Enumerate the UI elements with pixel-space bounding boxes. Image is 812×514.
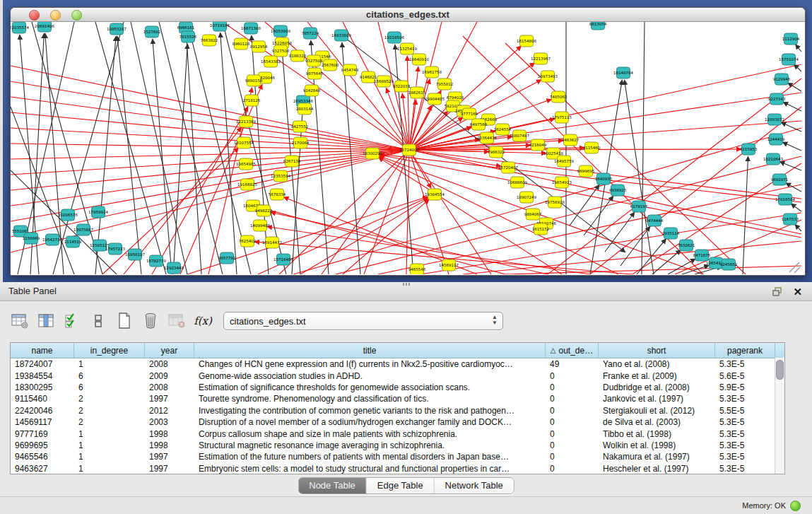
delete-table-icon[interactable] — [167, 311, 187, 331]
row-height-icon[interactable] — [88, 311, 108, 331]
table-cell[interactable]: 9463627 — [11, 464, 74, 474]
memory-status-indicator[interactable] — [790, 501, 801, 511]
table-row[interactable]: 1938455462009Genome-wide association stu… — [11, 370, 784, 381]
table-cell[interactable]: Dudbridge et al. (2008) — [599, 382, 715, 392]
table-cell[interactable]: Disruption of a novel member of a sodium… — [194, 417, 546, 427]
table-cell[interactable]: 1 — [74, 429, 145, 439]
column-header-short[interactable]: short — [599, 343, 715, 358]
table-cell[interactable]: Hescheler et al. (1997) — [599, 464, 715, 474]
column-header-title[interactable]: title — [194, 343, 546, 358]
table-row[interactable]: 946554611997Estimation of the future num… — [11, 451, 784, 462]
table-cell[interactable]: 5.3E-5 — [715, 429, 775, 439]
table-cell[interactable]: 6 — [74, 371, 145, 381]
table-cell[interactable]: Tourette syndrome. Phenomenology and cla… — [194, 394, 546, 404]
table-cell[interactable]: 5.3E-5 — [715, 440, 775, 450]
table-cell[interactable]: Investigating the contribution of common… — [194, 406, 546, 416]
network-window[interactable]: citations_edges.txt 22035574206914061085… — [10, 7, 806, 276]
table-cell[interactable]: 2008 — [145, 359, 194, 369]
table-cell[interactable]: 1 — [74, 452, 145, 462]
network-canvas[interactable]: 2203557420691406108532871527602696616110… — [11, 22, 804, 274]
table-cell[interactable]: 0 — [546, 452, 599, 462]
table-cell[interactable]: Embryonic stem cells: a model to study s… — [194, 464, 546, 474]
column-header-out_de[interactable]: △out_de… — [546, 343, 599, 358]
table-cell[interactable]: Structural magnetic resonance image aver… — [194, 440, 546, 450]
table-cell[interactable]: 18724007 — [11, 359, 74, 369]
table-cell[interactable]: 5.6E-5 — [715, 371, 775, 381]
table-cell[interactable]: Tibbo et al. (1998) — [599, 429, 715, 439]
table-cell[interactable]: 1 — [74, 359, 145, 369]
table-cell[interactable]: 5.3E-5 — [715, 464, 775, 474]
table-cell[interactable]: 6 — [74, 382, 145, 392]
table-cell[interactable]: Corpus callosum shape and size in male p… — [194, 429, 546, 439]
table-cell[interactable]: Stergiakouli et al. (2012) — [599, 406, 715, 416]
table-cell[interactable]: 9115460 — [11, 394, 74, 404]
table-cell[interactable]: 1998 — [145, 429, 194, 439]
table-cell[interactable]: 1997 — [145, 394, 194, 404]
table-cell[interactable]: 9699695 — [11, 440, 74, 450]
table-row[interactable]: 977716911998Corpus callosum shape and si… — [11, 428, 784, 439]
table-cell[interactable]: Franke et al. (2009) — [599, 371, 715, 381]
table-cell[interactable]: 1 — [74, 440, 145, 450]
table-cell[interactable]: Jankovic et al. (1997) — [599, 394, 715, 404]
table-cell[interactable]: 1997 — [145, 464, 194, 474]
show-columns-icon[interactable] — [36, 311, 56, 331]
table-cell[interactable]: 0 — [546, 429, 599, 439]
tab-node-table[interactable]: Node Table — [298, 478, 367, 493]
table-cell[interactable]: 0 — [546, 371, 599, 381]
table-cell[interactable]: 9465546 — [11, 452, 74, 462]
table-cell[interactable]: 5.3E-5 — [715, 359, 775, 369]
table-cell[interactable]: Yano et al. (2008) — [599, 359, 715, 369]
table-cell[interactable]: 2 — [74, 394, 145, 404]
select-rows-icon[interactable] — [62, 311, 82, 331]
table-cell[interactable]: 2003 — [145, 417, 194, 427]
table-cell[interactable]: 1 — [74, 464, 145, 474]
table-scrollbar-thumb[interactable] — [776, 360, 784, 380]
delete-rows-icon[interactable] — [141, 311, 160, 331]
table-cell[interactable]: Estimation of the future numbers of pati… — [194, 452, 546, 462]
function-builder-icon[interactable]: f(x) — [193, 311, 213, 331]
table-cell[interactable]: 22420046 — [11, 406, 74, 416]
table-cell[interactable]: 0 — [546, 464, 599, 474]
table-cell[interactable]: Changes of HCN gene expression and I(f) … — [194, 359, 546, 369]
split-pane-grip[interactable] — [403, 283, 410, 286]
table-cell[interactable]: 5.9E-5 — [715, 382, 775, 392]
network-window-titlebar[interactable]: citations_edges.txt — [11, 8, 805, 22]
table-cell[interactable]: 0 — [546, 406, 599, 416]
table-cell[interactable]: 2012 — [145, 406, 194, 416]
table-cell[interactable]: 0 — [546, 382, 599, 392]
modify-table-icon[interactable] — [10, 311, 30, 331]
tab-edge-table[interactable]: Edge Table — [367, 478, 435, 493]
table-cell[interactable]: 1997 — [145, 452, 194, 462]
table-row[interactable]: 946362711997Embryonic stem cells: a mode… — [11, 463, 784, 474]
table-cell[interactable]: Wolkin et al. (1998) — [599, 440, 715, 450]
table-scrollbar[interactable] — [775, 358, 784, 474]
new-table-icon[interactable] — [114, 311, 134, 331]
table-cell[interactable]: 5.3E-5 — [715, 394, 775, 404]
table-cell[interactable]: Nakamura et al. (1997) — [599, 452, 715, 462]
tab-network-table[interactable]: Network Table — [435, 478, 514, 493]
table-cell[interactable]: 18300295 — [11, 382, 74, 392]
table-cell[interactable]: de Silva et al. (2003) — [599, 417, 715, 427]
column-header-year[interactable]: year — [145, 343, 194, 358]
table-cell[interactable]: Estimation of significance thresholds fo… — [194, 382, 546, 392]
table-cell[interactable]: 2008 — [145, 382, 194, 392]
column-header-name[interactable]: name — [11, 343, 74, 358]
table-cell[interactable]: 2009 — [145, 371, 194, 381]
table-cell[interactable]: Genome-wide association studies in ADHD. — [194, 371, 546, 381]
table-cell[interactable]: 19384554 — [11, 371, 74, 381]
table-row[interactable]: 2242004622012Investigating the contribut… — [11, 405, 784, 416]
table-row[interactable]: 1872400712008Changes of HCN gene express… — [11, 358, 784, 370]
table-cell[interactable]: 5.3E-5 — [715, 452, 775, 462]
canvas-resize-grip[interactable] — [789, 262, 800, 273]
table-cell[interactable]: 9777169 — [11, 429, 74, 439]
table-row[interactable]: 1456911722003Disruption of a novel membe… — [11, 416, 784, 428]
table-cell[interactable]: 14569117 — [11, 417, 74, 427]
table-cell[interactable]: 0 — [546, 417, 599, 427]
table-cell[interactable]: 2 — [74, 417, 145, 427]
table-cell[interactable]: 1998 — [145, 440, 194, 450]
table-cell[interactable]: 0 — [546, 394, 599, 404]
table-cell[interactable]: 49 — [546, 359, 599, 369]
table-cell[interactable]: 5.3E-5 — [715, 417, 775, 427]
table-selector-combobox[interactable]: citations_edges.txt ▲▼ — [223, 312, 503, 330]
float-panel-icon[interactable] — [772, 287, 783, 296]
